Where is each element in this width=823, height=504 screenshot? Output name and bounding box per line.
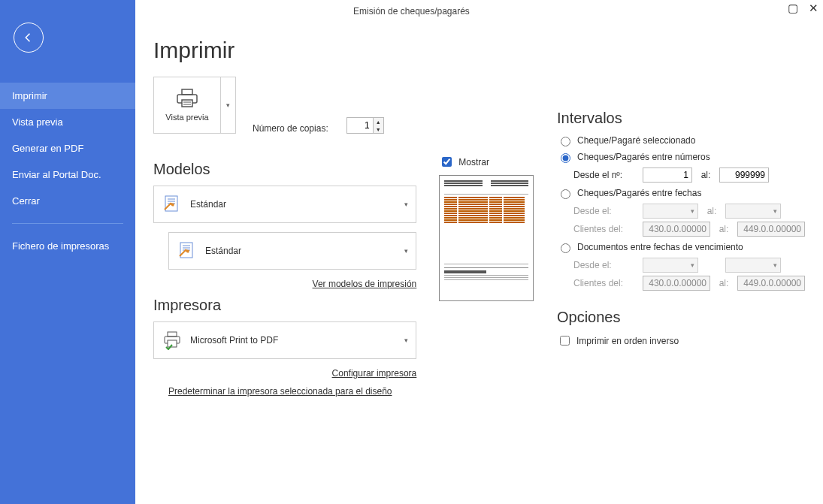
fecha-to-dropdown-2[interactable]: ▾ <box>725 258 781 273</box>
page-thumbnail[interactable] <box>439 175 534 301</box>
clientes-from-1 <box>643 222 710 237</box>
al-label-2: al: <box>704 206 719 216</box>
configurar-impresora-link[interactable]: Configurar impresora <box>153 368 416 379</box>
intervalos-heading: Intervalos <box>557 110 805 127</box>
nav-fichero-impresoras[interactable]: Fichero de impresoras <box>0 233 135 259</box>
al-label-3: al: <box>716 224 731 234</box>
copies-spinner[interactable]: ▲ ▼ <box>346 117 384 134</box>
orden-inverso-label: Imprimir en orden inverso <box>576 336 679 346</box>
printer-icon <box>175 89 199 108</box>
printer-name: Microsoft Print to PDF <box>190 335 404 346</box>
radio-entre-fechas[interactable] <box>561 189 570 199</box>
chevron-down-icon: ▾ <box>404 247 408 255</box>
svg-rect-17 <box>168 340 177 347</box>
page-title: Imprimir <box>153 38 805 63</box>
chevron-down-icon: ▾ <box>404 201 408 208</box>
copies-input[interactable] <box>347 118 373 133</box>
modelo-secondary-combo[interactable]: Estándar ▾ <box>168 232 416 270</box>
window-close-button[interactable]: ✕ <box>809 2 818 15</box>
impresora-heading: Impresora <box>153 297 416 314</box>
svg-rect-2 <box>182 100 192 107</box>
clientes-from-2 <box>643 276 710 291</box>
ver-modelos-link[interactable]: Ver modelos de impresión <box>153 279 416 289</box>
printer-combo[interactable]: Microsoft Print to PDF ▾ <box>153 321 416 359</box>
vista-previa-button[interactable]: Vista previa <box>153 77 221 134</box>
copies-down[interactable]: ▼ <box>374 125 383 133</box>
modelo-primary-text: Estándar <box>190 199 404 210</box>
svg-rect-15 <box>168 332 177 337</box>
back-button[interactable] <box>14 23 44 53</box>
desde-el-label-1: Desde el: <box>573 206 637 216</box>
radio-entre-vencimiento-label: Documentos entre fechas de vencimiento <box>577 242 743 252</box>
radio-cheque-seleccionado-label: Cheque/Pagaré seleccionado <box>577 135 695 146</box>
clientes-del-label-2: Clientes del: <box>573 278 637 288</box>
clientes-to-2 <box>737 276 805 291</box>
chevron-down-icon: ▾ <box>404 337 408 344</box>
desde-no-label: Desde el nº: <box>573 170 637 180</box>
predeterminar-impresora-link[interactable]: Predeterminar la impresora seleccionada … <box>168 386 416 397</box>
opciones-heading: Opciones <box>557 309 805 326</box>
modelo-secondary-text: Estándar <box>205 246 404 256</box>
window-title: Emisión de cheques/pagarés <box>353 6 470 17</box>
printer-ok-icon <box>162 330 183 351</box>
nav-divider <box>12 223 123 224</box>
vista-previa-dropdown[interactable]: ▾ <box>221 77 236 134</box>
window-maximize-button[interactable]: ▢ <box>788 2 798 15</box>
clientes-to-1 <box>737 222 805 237</box>
vista-previa-label: Vista previa <box>165 113 208 122</box>
document-icon <box>162 194 183 215</box>
chevron-down-icon: ▾ <box>226 101 230 109</box>
sidebar: Imprimir Vista previa Generar en PDF Env… <box>0 0 135 504</box>
num-from-input[interactable] <box>643 167 692 183</box>
arrow-left-icon <box>22 31 35 44</box>
copies-label: Número de copias: <box>253 123 328 134</box>
radio-cheque-seleccionado[interactable] <box>561 137 570 146</box>
nav-vista-previa[interactable]: Vista previa <box>0 109 135 135</box>
mostrar-checkbox[interactable] <box>442 157 452 167</box>
fecha-from-dropdown-2[interactable]: ▾ <box>643 258 698 273</box>
radio-entre-vencimiento[interactable] <box>561 243 570 253</box>
clientes-del-label-1: Clientes del: <box>573 224 637 234</box>
nav-imprimir[interactable]: Imprimir <box>0 83 135 109</box>
orden-inverso-checkbox[interactable] <box>560 336 570 346</box>
radio-entre-numeros[interactable] <box>561 153 570 163</box>
modelos-heading: Modelos <box>153 161 416 178</box>
modelo-primary-combo[interactable]: Estándar ▾ <box>153 186 416 223</box>
num-to-input[interactable] <box>719 167 769 183</box>
nav-enviar-portal[interactable]: Enviar al Portal Doc. <box>0 161 135 188</box>
copies-up[interactable]: ▲ <box>374 118 383 125</box>
radio-entre-fechas-label: Cheques/Pagarés entre fechas <box>577 188 701 198</box>
nav-generar-pdf[interactable]: Generar en PDF <box>0 135 135 161</box>
mostrar-label: Mostrar <box>458 157 489 167</box>
al-label-1: al: <box>698 170 713 180</box>
fecha-to-dropdown-1[interactable]: ▾ <box>725 204 781 219</box>
nav-cerrar[interactable]: Cerrar <box>0 188 135 214</box>
al-label-4: al: <box>716 278 731 288</box>
radio-entre-numeros-label: Cheques/Pagarés entre números <box>577 152 710 162</box>
svg-rect-0 <box>182 89 192 95</box>
desde-el-label-2: Desde el: <box>573 260 637 270</box>
fecha-from-dropdown-1[interactable]: ▾ <box>643 204 698 219</box>
document-icon <box>177 240 198 261</box>
